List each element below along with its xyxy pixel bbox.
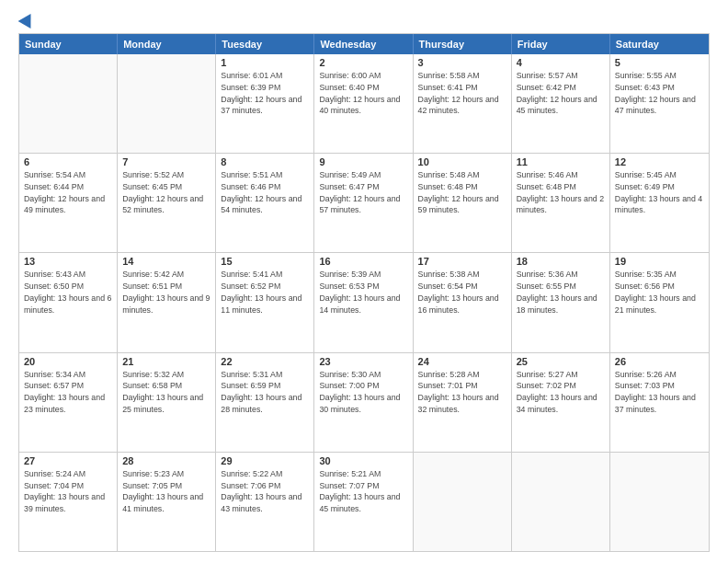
day-info: Sunrise: 5:42 AM Sunset: 6:51 PM Dayligh… [122,269,210,316]
day-number: 11 [517,156,605,167]
calendar-day-21: 21Sunrise: 5:32 AM Sunset: 6:58 PM Dayli… [118,353,216,452]
day-info: Sunrise: 5:21 AM Sunset: 7:07 PM Dayligh… [319,468,407,515]
calendar-day-5: 5Sunrise: 5:55 AM Sunset: 6:43 PM Daylig… [610,54,709,153]
day-number: 30 [319,455,407,466]
day-number: 19 [615,256,704,267]
calendar-day-15: 15Sunrise: 5:41 AM Sunset: 6:52 PM Dayli… [216,253,314,351]
calendar-cell-empty-4-6 [610,453,709,551]
day-number: 2 [319,57,407,68]
day-number: 4 [517,57,605,68]
day-info: Sunrise: 5:23 AM Sunset: 7:05 PM Dayligh… [122,468,210,515]
day-number: 17 [418,256,506,267]
day-number: 5 [615,57,704,68]
day-info: Sunrise: 5:58 AM Sunset: 6:41 PM Dayligh… [418,70,506,117]
weekday-header-thursday: Thursday [414,34,512,54]
calendar-day-2: 2Sunrise: 6:00 AM Sunset: 6:40 PM Daylig… [314,54,413,153]
calendar-row-5: 27Sunrise: 5:24 AM Sunset: 7:04 PM Dayli… [19,452,709,551]
calendar-day-12: 12Sunrise: 5:45 AM Sunset: 6:49 PM Dayli… [610,154,709,252]
day-number: 21 [122,356,210,367]
day-info: Sunrise: 5:39 AM Sunset: 6:53 PM Dayligh… [319,269,407,316]
day-info: Sunrise: 5:30 AM Sunset: 7:00 PM Dayligh… [319,369,407,416]
day-number: 3 [418,57,506,68]
calendar-header: SundayMondayTuesdayWednesdayThursdayFrid… [19,34,709,54]
header [18,17,710,26]
day-info: Sunrise: 6:00 AM Sunset: 6:40 PM Dayligh… [319,70,407,117]
calendar-cell-empty-0-0 [19,54,118,153]
calendar-day-14: 14Sunrise: 5:42 AM Sunset: 6:51 PM Dayli… [118,253,216,351]
calendar-cell-empty-0-1 [118,54,216,153]
day-number: 23 [319,356,407,367]
calendar-day-30: 30Sunrise: 5:21 AM Sunset: 7:07 PM Dayli… [314,453,413,551]
day-info: Sunrise: 5:45 AM Sunset: 6:49 PM Dayligh… [615,169,704,216]
calendar-day-11: 11Sunrise: 5:46 AM Sunset: 6:48 PM Dayli… [512,154,610,252]
logo-triangle-icon [18,10,38,29]
day-number: 24 [418,356,506,367]
day-info: Sunrise: 5:31 AM Sunset: 6:59 PM Dayligh… [221,369,309,416]
calendar-day-7: 7Sunrise: 5:52 AM Sunset: 6:45 PM Daylig… [118,154,216,252]
calendar-day-19: 19Sunrise: 5:35 AM Sunset: 6:56 PM Dayli… [610,253,709,351]
calendar-day-9: 9Sunrise: 5:49 AM Sunset: 6:47 PM Daylig… [314,154,413,252]
day-info: Sunrise: 6:01 AM Sunset: 6:39 PM Dayligh… [221,70,309,117]
day-info: Sunrise: 5:46 AM Sunset: 6:48 PM Dayligh… [517,169,605,216]
calendar-day-17: 17Sunrise: 5:38 AM Sunset: 6:54 PM Dayli… [414,253,512,351]
day-info: Sunrise: 5:27 AM Sunset: 7:02 PM Dayligh… [517,369,605,416]
day-info: Sunrise: 5:26 AM Sunset: 7:03 PM Dayligh… [615,369,704,416]
calendar-day-3: 3Sunrise: 5:58 AM Sunset: 6:41 PM Daylig… [414,54,512,153]
calendar-day-18: 18Sunrise: 5:36 AM Sunset: 6:55 PM Dayli… [512,253,610,351]
logo-text [18,17,35,26]
day-number: 22 [221,356,309,367]
calendar-day-23: 23Sunrise: 5:30 AM Sunset: 7:00 PM Dayli… [314,353,413,452]
page: SundayMondayTuesdayWednesdayThursdayFrid… [0,0,728,563]
calendar-row-2: 6Sunrise: 5:54 AM Sunset: 6:44 PM Daylig… [19,153,709,252]
calendar-cell-empty-4-4 [414,453,512,551]
calendar-cell-empty-4-5 [512,453,610,551]
day-number: 8 [221,156,309,167]
calendar-row-3: 13Sunrise: 5:43 AM Sunset: 6:50 PM Dayli… [19,252,709,351]
weekday-header-wednesday: Wednesday [314,34,413,54]
day-info: Sunrise: 5:35 AM Sunset: 6:56 PM Dayligh… [615,269,704,316]
day-number: 13 [24,256,112,267]
day-info: Sunrise: 5:55 AM Sunset: 6:43 PM Dayligh… [615,70,704,117]
day-number: 28 [122,455,210,466]
day-info: Sunrise: 5:38 AM Sunset: 6:54 PM Dayligh… [418,269,506,316]
weekday-header-friday: Friday [512,34,610,54]
day-info: Sunrise: 5:43 AM Sunset: 6:50 PM Dayligh… [24,269,112,316]
day-info: Sunrise: 5:54 AM Sunset: 6:44 PM Dayligh… [24,169,112,216]
weekday-header-monday: Monday [118,34,216,54]
day-number: 12 [615,156,704,167]
day-number: 10 [418,156,506,167]
calendar-day-1: 1Sunrise: 6:01 AM Sunset: 6:39 PM Daylig… [216,54,314,153]
logo [18,17,35,26]
calendar-day-6: 6Sunrise: 5:54 AM Sunset: 6:44 PM Daylig… [19,154,118,252]
day-info: Sunrise: 5:41 AM Sunset: 6:52 PM Dayligh… [221,269,309,316]
day-info: Sunrise: 5:51 AM Sunset: 6:46 PM Dayligh… [221,169,309,216]
day-number: 15 [221,256,309,267]
day-info: Sunrise: 5:52 AM Sunset: 6:45 PM Dayligh… [122,169,210,216]
calendar-day-22: 22Sunrise: 5:31 AM Sunset: 6:59 PM Dayli… [216,353,314,452]
day-number: 26 [615,356,704,367]
day-info: Sunrise: 5:22 AM Sunset: 7:06 PM Dayligh… [221,468,309,515]
day-info: Sunrise: 5:49 AM Sunset: 6:47 PM Dayligh… [319,169,407,216]
calendar-day-26: 26Sunrise: 5:26 AM Sunset: 7:03 PM Dayli… [610,353,709,452]
calendar-day-28: 28Sunrise: 5:23 AM Sunset: 7:05 PM Dayli… [118,453,216,551]
day-number: 16 [319,256,407,267]
calendar-day-4: 4Sunrise: 5:57 AM Sunset: 6:42 PM Daylig… [512,54,610,153]
calendar-day-16: 16Sunrise: 5:39 AM Sunset: 6:53 PM Dayli… [314,253,413,351]
day-info: Sunrise: 5:57 AM Sunset: 6:42 PM Dayligh… [517,70,605,117]
day-number: 29 [221,455,309,466]
calendar-day-13: 13Sunrise: 5:43 AM Sunset: 6:50 PM Dayli… [19,253,118,351]
day-info: Sunrise: 5:32 AM Sunset: 6:58 PM Dayligh… [122,369,210,416]
calendar-row-4: 20Sunrise: 5:34 AM Sunset: 6:57 PM Dayli… [19,352,709,452]
day-number: 14 [122,256,210,267]
day-info: Sunrise: 5:48 AM Sunset: 6:48 PM Dayligh… [418,169,506,216]
day-number: 25 [517,356,605,367]
day-number: 6 [24,156,112,167]
calendar-day-24: 24Sunrise: 5:28 AM Sunset: 7:01 PM Dayli… [414,353,512,452]
day-info: Sunrise: 5:34 AM Sunset: 6:57 PM Dayligh… [24,369,112,416]
day-number: 1 [221,57,309,68]
calendar-body: 1Sunrise: 6:01 AM Sunset: 6:39 PM Daylig… [19,54,709,551]
calendar-day-25: 25Sunrise: 5:27 AM Sunset: 7:02 PM Dayli… [512,353,610,452]
calendar-day-10: 10Sunrise: 5:48 AM Sunset: 6:48 PM Dayli… [414,154,512,252]
calendar-day-29: 29Sunrise: 5:22 AM Sunset: 7:06 PM Dayli… [216,453,314,551]
calendar-day-8: 8Sunrise: 5:51 AM Sunset: 6:46 PM Daylig… [216,154,314,252]
